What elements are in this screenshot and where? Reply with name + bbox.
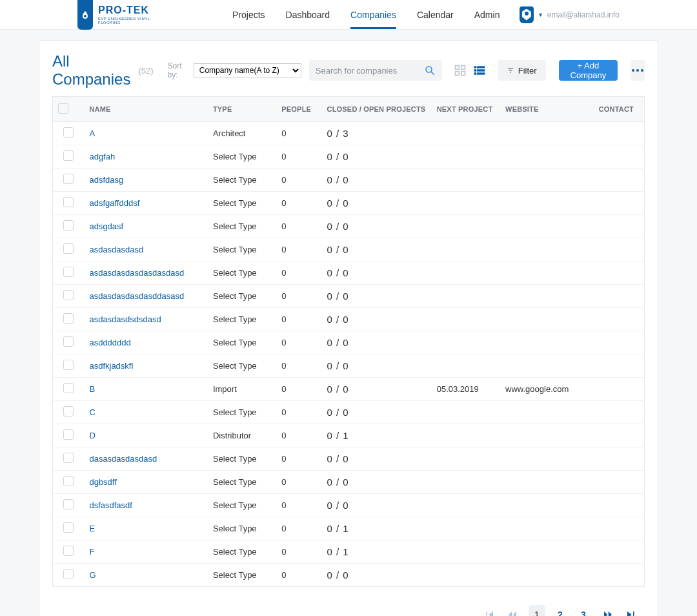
col-header-contact[interactable]: CONTACT [589, 97, 644, 122]
more-actions-button[interactable] [631, 60, 645, 81]
company-link[interactable]: asdasdasdasdasdasdasd [89, 268, 184, 278]
cell-projects: 0 / 0 [327, 221, 348, 232]
table-row: adsfdasgSelect Type00 / 0 [53, 169, 645, 192]
cell-projects: 0 / 0 [327, 314, 348, 325]
nav-dashboard[interactable]: Dashboard [286, 0, 330, 29]
col-header-name[interactable]: NAME [84, 97, 207, 122]
row-checkbox[interactable] [63, 476, 74, 486]
company-link[interactable]: B [89, 384, 95, 394]
company-link[interactable]: E [89, 524, 95, 533]
company-link[interactable]: dsfasdfasdf [89, 500, 132, 510]
cell-website [500, 122, 589, 145]
page-first-icon[interactable] [482, 608, 496, 616]
row-checkbox[interactable] [63, 406, 74, 416]
company-link[interactable]: asdasdasdsdsdasd [89, 314, 161, 324]
row-checkbox[interactable] [63, 174, 74, 184]
row-checkbox[interactable] [63, 336, 74, 347]
search-icon[interactable] [424, 65, 436, 76]
row-checkbox[interactable] [63, 267, 74, 277]
sort-select[interactable]: Company name(A to Z) [194, 63, 301, 77]
svg-point-9 [474, 70, 476, 72]
cell-people: 0 [276, 169, 321, 192]
row-checkbox[interactable] [63, 546, 74, 556]
page-1[interactable]: 1 [529, 605, 545, 616]
cell-type: Select Type [208, 401, 276, 424]
col-header-projects[interactable]: CLOSED / OPEN PROJECTS [321, 97, 431, 122]
cell-projects: 0 / 1 [327, 523, 348, 534]
cell-contact [589, 378, 644, 401]
cell-people: 0 [276, 378, 321, 401]
cell-projects: 0 / 0 [327, 244, 348, 255]
list-view-icon[interactable] [473, 64, 486, 77]
company-link[interactable]: F [89, 547, 94, 557]
row-checkbox[interactable] [63, 569, 74, 579]
company-link[interactable]: adsfdasg [89, 175, 123, 185]
company-link[interactable]: D [89, 431, 95, 440]
select-all-checkbox[interactable] [58, 103, 68, 114]
brand[interactable]: PRO-TEK EVP ENGINEERED VINYL FLOORING [0, 0, 168, 29]
cell-contact [589, 331, 644, 354]
company-link[interactable]: C [89, 407, 95, 417]
nav-admin[interactable]: Admin [474, 0, 500, 29]
company-link[interactable]: adsfgaffdddsf [89, 198, 139, 208]
col-header-website[interactable]: WEBSITE [500, 97, 589, 122]
table-row: asdasdasdasdSelect Type00 / 0 [53, 238, 645, 262]
row-checkbox[interactable] [63, 383, 74, 393]
company-link[interactable]: asdasdasdasdasddasasd [89, 291, 184, 301]
add-company-button[interactable]: + Add Company [559, 60, 618, 81]
company-link[interactable]: G [89, 570, 96, 580]
grid-view-icon[interactable] [454, 64, 467, 77]
row-checkbox[interactable] [63, 360, 74, 370]
cell-website[interactable]: www.google.com [500, 378, 589, 401]
page-prev-icon[interactable] [505, 608, 520, 616]
cell-type: Select Type [208, 331, 276, 354]
company-link[interactable]: adsgdasf [89, 221, 123, 231]
page-last-icon[interactable] [624, 608, 638, 616]
table-body: AArchitect00 / 3adgfahSelect Type00 / 0a… [53, 122, 645, 587]
col-header-next[interactable]: NEXT PROJECT [432, 97, 500, 122]
row-checkbox[interactable] [63, 220, 74, 231]
company-link[interactable]: dgbsdff [89, 477, 116, 487]
page-card: All Companies (52) Sort by: Company name… [39, 40, 658, 616]
nav-calendar[interactable]: Calendar [417, 0, 454, 29]
page-next-icon[interactable] [601, 608, 615, 616]
row-checkbox[interactable] [63, 429, 74, 440]
table-row: GSelect Type00 / 0 [53, 564, 645, 587]
cell-type: Select Type [208, 494, 276, 517]
page-2[interactable]: 2 [552, 605, 569, 616]
cell-next [432, 169, 500, 192]
col-header-type[interactable]: TYPE [208, 97, 276, 122]
company-link[interactable]: asdfkjadskfl [89, 361, 133, 371]
search-input[interactable] [316, 66, 424, 76]
brand-name: PRO-TEK [98, 5, 168, 15]
nav-companies[interactable]: Companies [350, 0, 396, 29]
col-header-people[interactable]: PEOPLE [276, 97, 321, 122]
row-checkbox[interactable] [63, 150, 74, 161]
nav-projects[interactable]: Projects [232, 0, 265, 29]
cell-people: 0 [276, 494, 321, 517]
company-link[interactable]: adgfah [89, 152, 115, 161]
company-link[interactable]: asdasdasdasd [89, 245, 143, 254]
row-checkbox[interactable] [63, 290, 74, 300]
row-checkbox[interactable] [63, 522, 74, 533]
user-menu[interactable]: ▾ email@aliarshad.info [520, 0, 697, 29]
page-3[interactable]: 3 [575, 605, 592, 616]
company-link[interactable]: asddddddd [89, 338, 130, 347]
search-box[interactable] [309, 60, 442, 81]
table-row: asdasdasdasdasdasdasdSelect Type00 / 0 [53, 262, 645, 285]
svg-line-2 [431, 72, 434, 75]
row-checkbox[interactable] [63, 243, 74, 254]
cell-projects: 0 / 0 [327, 198, 348, 209]
row-checkbox[interactable] [63, 453, 74, 463]
row-checkbox[interactable] [63, 313, 74, 323]
row-checkbox[interactable] [63, 197, 74, 207]
row-checkbox[interactable] [63, 127, 74, 138]
cell-website [500, 331, 589, 354]
company-link[interactable]: dasasdasdasdasd [89, 454, 157, 464]
row-checkbox[interactable] [63, 499, 74, 509]
brand-tagline: EVP ENGINEERED VINYL FLOORING [98, 17, 168, 25]
filter-button[interactable]: Filter [498, 60, 546, 81]
company-link[interactable]: A [89, 128, 95, 138]
table-row: dsfasdfasdfSelect Type00 / 0 [53, 494, 645, 517]
table-row: dgbsdffSelect Type00 / 0 [53, 471, 645, 494]
